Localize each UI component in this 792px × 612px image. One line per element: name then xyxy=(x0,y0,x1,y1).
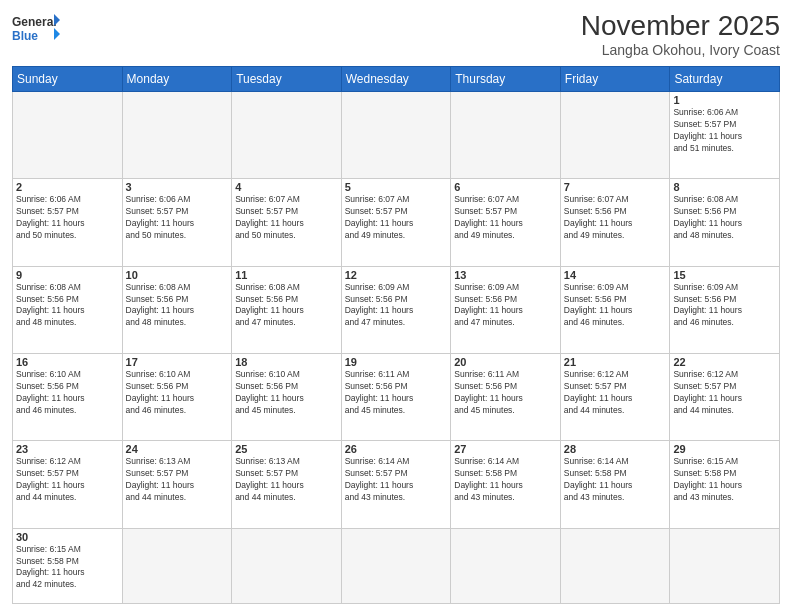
day-info: Sunrise: 6:08 AMSunset: 5:56 PMDaylight:… xyxy=(126,282,229,330)
day-number: 2 xyxy=(16,181,119,193)
day-info: Sunrise: 6:13 AMSunset: 5:57 PMDaylight:… xyxy=(126,456,229,504)
calendar-cell: 20Sunrise: 6:11 AMSunset: 5:56 PMDayligh… xyxy=(451,353,561,440)
calendar-cell xyxy=(560,528,670,603)
day-number: 20 xyxy=(454,356,557,368)
calendar-cell: 8Sunrise: 6:08 AMSunset: 5:56 PMDaylight… xyxy=(670,179,780,266)
calendar-cell: 25Sunrise: 6:13 AMSunset: 5:57 PMDayligh… xyxy=(232,441,342,528)
day-number: 25 xyxy=(235,443,338,455)
location-subtitle: Langba Okohou, Ivory Coast xyxy=(581,42,780,58)
calendar-cell: 23Sunrise: 6:12 AMSunset: 5:57 PMDayligh… xyxy=(13,441,123,528)
calendar-cell: 13Sunrise: 6:09 AMSunset: 5:56 PMDayligh… xyxy=(451,266,561,353)
day-number: 29 xyxy=(673,443,776,455)
calendar-cell: 30Sunrise: 6:15 AMSunset: 5:58 PMDayligh… xyxy=(13,528,123,603)
logo: General Blue xyxy=(12,10,60,54)
day-info: Sunrise: 6:11 AMSunset: 5:56 PMDaylight:… xyxy=(345,369,448,417)
day-number: 8 xyxy=(673,181,776,193)
header: General Blue November 2025 Langba Okohou… xyxy=(12,10,780,58)
day-info: Sunrise: 6:06 AMSunset: 5:57 PMDaylight:… xyxy=(673,107,776,155)
day-number: 18 xyxy=(235,356,338,368)
day-info: Sunrise: 6:09 AMSunset: 5:56 PMDaylight:… xyxy=(564,282,667,330)
calendar-cell: 4Sunrise: 6:07 AMSunset: 5:57 PMDaylight… xyxy=(232,179,342,266)
day-number: 26 xyxy=(345,443,448,455)
day-number: 7 xyxy=(564,181,667,193)
calendar-cell xyxy=(232,92,342,179)
day-info: Sunrise: 6:11 AMSunset: 5:56 PMDaylight:… xyxy=(454,369,557,417)
day-number: 14 xyxy=(564,269,667,281)
day-info: Sunrise: 6:13 AMSunset: 5:57 PMDaylight:… xyxy=(235,456,338,504)
day-number: 17 xyxy=(126,356,229,368)
day-number: 24 xyxy=(126,443,229,455)
calendar-cell xyxy=(560,92,670,179)
day-number: 9 xyxy=(16,269,119,281)
day-number: 4 xyxy=(235,181,338,193)
calendar-cell xyxy=(122,528,232,603)
day-number: 28 xyxy=(564,443,667,455)
day-info: Sunrise: 6:10 AMSunset: 5:56 PMDaylight:… xyxy=(126,369,229,417)
calendar-cell xyxy=(232,528,342,603)
calendar-cell xyxy=(341,92,451,179)
calendar-cell xyxy=(341,528,451,603)
day-number: 27 xyxy=(454,443,557,455)
col-monday: Monday xyxy=(122,67,232,92)
calendar-cell xyxy=(670,528,780,603)
calendar-cell: 19Sunrise: 6:11 AMSunset: 5:56 PMDayligh… xyxy=(341,353,451,440)
day-info: Sunrise: 6:14 AMSunset: 5:58 PMDaylight:… xyxy=(564,456,667,504)
day-info: Sunrise: 6:15 AMSunset: 5:58 PMDaylight:… xyxy=(673,456,776,504)
calendar-cell: 10Sunrise: 6:08 AMSunset: 5:56 PMDayligh… xyxy=(122,266,232,353)
day-info: Sunrise: 6:10 AMSunset: 5:56 PMDaylight:… xyxy=(16,369,119,417)
calendar-cell: 3Sunrise: 6:06 AMSunset: 5:57 PMDaylight… xyxy=(122,179,232,266)
day-number: 10 xyxy=(126,269,229,281)
day-number: 12 xyxy=(345,269,448,281)
day-info: Sunrise: 6:08 AMSunset: 5:56 PMDaylight:… xyxy=(673,194,776,242)
calendar-cell: 9Sunrise: 6:08 AMSunset: 5:56 PMDaylight… xyxy=(13,266,123,353)
calendar-cell: 14Sunrise: 6:09 AMSunset: 5:56 PMDayligh… xyxy=(560,266,670,353)
day-info: Sunrise: 6:09 AMSunset: 5:56 PMDaylight:… xyxy=(454,282,557,330)
col-saturday: Saturday xyxy=(670,67,780,92)
day-number: 16 xyxy=(16,356,119,368)
calendar-cell: 16Sunrise: 6:10 AMSunset: 5:56 PMDayligh… xyxy=(13,353,123,440)
day-number: 5 xyxy=(345,181,448,193)
col-sunday: Sunday xyxy=(13,67,123,92)
day-info: Sunrise: 6:07 AMSunset: 5:57 PMDaylight:… xyxy=(345,194,448,242)
col-friday: Friday xyxy=(560,67,670,92)
calendar-cell: 28Sunrise: 6:14 AMSunset: 5:58 PMDayligh… xyxy=(560,441,670,528)
day-info: Sunrise: 6:14 AMSunset: 5:58 PMDaylight:… xyxy=(454,456,557,504)
day-number: 19 xyxy=(345,356,448,368)
day-info: Sunrise: 6:12 AMSunset: 5:57 PMDaylight:… xyxy=(673,369,776,417)
day-info: Sunrise: 6:09 AMSunset: 5:56 PMDaylight:… xyxy=(345,282,448,330)
day-info: Sunrise: 6:06 AMSunset: 5:57 PMDaylight:… xyxy=(16,194,119,242)
day-number: 21 xyxy=(564,356,667,368)
day-number: 30 xyxy=(16,531,119,543)
calendar-cell: 15Sunrise: 6:09 AMSunset: 5:56 PMDayligh… xyxy=(670,266,780,353)
day-info: Sunrise: 6:14 AMSunset: 5:57 PMDaylight:… xyxy=(345,456,448,504)
day-number: 15 xyxy=(673,269,776,281)
calendar-cell: 5Sunrise: 6:07 AMSunset: 5:57 PMDaylight… xyxy=(341,179,451,266)
calendar-cell: 17Sunrise: 6:10 AMSunset: 5:56 PMDayligh… xyxy=(122,353,232,440)
calendar-cell: 24Sunrise: 6:13 AMSunset: 5:57 PMDayligh… xyxy=(122,441,232,528)
col-tuesday: Tuesday xyxy=(232,67,342,92)
month-year-title: November 2025 xyxy=(581,10,780,42)
day-number: 13 xyxy=(454,269,557,281)
svg-marker-3 xyxy=(54,28,60,40)
day-number: 6 xyxy=(454,181,557,193)
col-thursday: Thursday xyxy=(451,67,561,92)
calendar-cell: 1Sunrise: 6:06 AMSunset: 5:57 PMDaylight… xyxy=(670,92,780,179)
day-number: 11 xyxy=(235,269,338,281)
calendar-cell: 12Sunrise: 6:09 AMSunset: 5:56 PMDayligh… xyxy=(341,266,451,353)
calendar-cell xyxy=(451,528,561,603)
day-info: Sunrise: 6:08 AMSunset: 5:56 PMDaylight:… xyxy=(16,282,119,330)
calendar-cell xyxy=(451,92,561,179)
calendar-table: Sunday Monday Tuesday Wednesday Thursday… xyxy=(12,66,780,604)
calendar-cell xyxy=(13,92,123,179)
day-info: Sunrise: 6:07 AMSunset: 5:57 PMDaylight:… xyxy=(454,194,557,242)
day-number: 1 xyxy=(673,94,776,106)
day-info: Sunrise: 6:15 AMSunset: 5:58 PMDaylight:… xyxy=(16,544,119,592)
calendar-cell: 26Sunrise: 6:14 AMSunset: 5:57 PMDayligh… xyxy=(341,441,451,528)
calendar-cell xyxy=(122,92,232,179)
calendar-cell: 11Sunrise: 6:08 AMSunset: 5:56 PMDayligh… xyxy=(232,266,342,353)
day-info: Sunrise: 6:10 AMSunset: 5:56 PMDaylight:… xyxy=(235,369,338,417)
calendar-cell: 21Sunrise: 6:12 AMSunset: 5:57 PMDayligh… xyxy=(560,353,670,440)
svg-marker-2 xyxy=(54,14,60,26)
day-number: 23 xyxy=(16,443,119,455)
calendar-cell: 2Sunrise: 6:06 AMSunset: 5:57 PMDaylight… xyxy=(13,179,123,266)
